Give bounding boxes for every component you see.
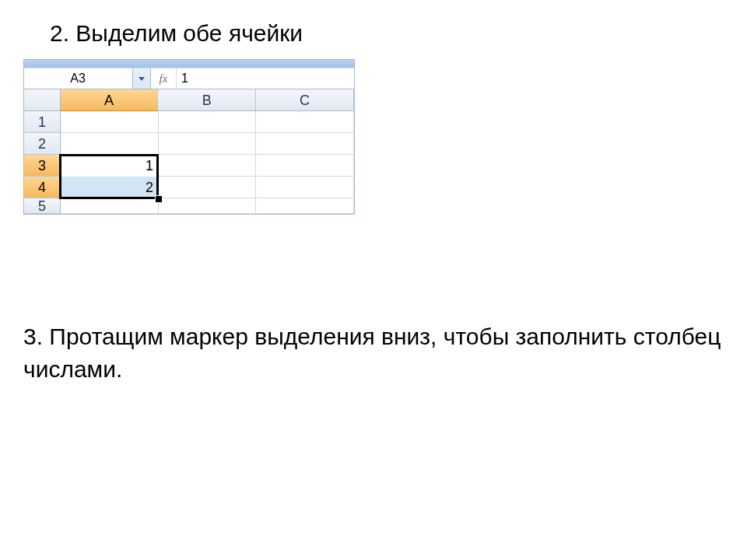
- row-header-4[interactable]: 4: [24, 177, 61, 198]
- cell-B5[interactable]: [159, 198, 257, 214]
- row-4: 4: [24, 177, 354, 198]
- formula-bar[interactable]: fx 1: [151, 68, 354, 89]
- spreadsheet-screenshot: A3 fx 1 A B C 1: [23, 59, 355, 215]
- column-header-row: A B C: [24, 89, 354, 111]
- row-3: 3: [24, 155, 354, 177]
- row-header-3[interactable]: 3: [24, 155, 61, 177]
- step-2-text: 2. Выделим обе ячейки: [50, 20, 303, 47]
- column-header-C[interactable]: C: [256, 89, 354, 111]
- insert-function-button[interactable]: fx: [151, 68, 177, 89]
- cell-C3[interactable]: [256, 155, 354, 177]
- row-5: 5: [24, 198, 354, 214]
- name-box[interactable]: A3: [24, 68, 151, 89]
- cell-B3[interactable]: [159, 155, 257, 177]
- cell-C4[interactable]: [256, 177, 354, 198]
- name-box-value: A3: [24, 68, 132, 89]
- cell-A5[interactable]: [61, 198, 159, 214]
- row-1: 1: [24, 111, 354, 133]
- formula-bar-value: 1: [177, 72, 188, 86]
- row-header-2[interactable]: 2: [24, 133, 61, 155]
- cell-A4[interactable]: [61, 177, 159, 198]
- formula-bar-row: A3 fx 1: [23, 68, 355, 89]
- cells-area: 1 2 3 4: [24, 111, 354, 214]
- row-header-5[interactable]: 5: [24, 198, 61, 214]
- name-box-dropdown[interactable]: [132, 68, 150, 89]
- window-top-strip: [23, 59, 355, 68]
- slide: 2. Выделим обе ячейки A3 fx 1 A B: [0, 0, 747, 560]
- fx-icon: fx: [160, 72, 168, 86]
- column-header-A[interactable]: A: [61, 89, 159, 111]
- cell-B2[interactable]: [159, 133, 257, 155]
- cell-A2[interactable]: [61, 133, 159, 155]
- select-all-corner[interactable]: [24, 89, 61, 111]
- cell-C2[interactable]: [256, 133, 354, 155]
- column-header-B[interactable]: B: [158, 89, 256, 111]
- cell-C5[interactable]: [256, 198, 354, 214]
- cell-C1[interactable]: [256, 111, 354, 133]
- cell-B1[interactable]: [159, 111, 257, 133]
- row-2: 2: [24, 133, 354, 155]
- step-3-text: 3. Протащим маркер выделения вниз, чтобы…: [23, 320, 724, 386]
- spreadsheet-grid: A B C 1 2 3: [23, 89, 355, 215]
- cell-A3[interactable]: [61, 155, 159, 177]
- row-header-1[interactable]: 1: [24, 111, 61, 133]
- cell-A1[interactable]: [61, 111, 159, 133]
- cell-B4[interactable]: [159, 177, 257, 198]
- chevron-down-icon: [139, 77, 145, 81]
